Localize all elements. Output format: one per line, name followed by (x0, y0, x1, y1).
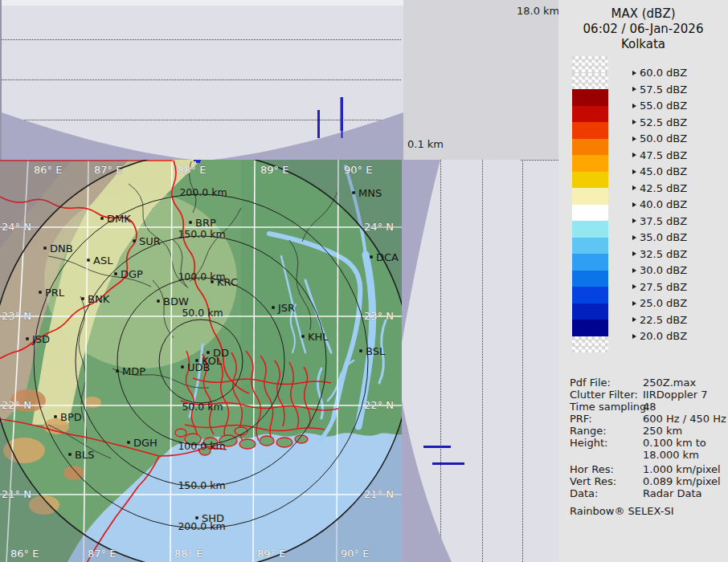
tick-arrow-icon (632, 71, 636, 75)
dbz-tick: 27.5 dBZ (632, 281, 687, 292)
tick-arrow-icon (632, 120, 636, 124)
station-dot (39, 291, 41, 293)
parallel-label: 21° N (364, 488, 394, 500)
info-label: Range: (570, 425, 607, 437)
legend-title-block: MAX (dBZ) 06:02 / 06-Jan-2026 Kolkata (558, 6, 728, 52)
parallel-label: 22° N (364, 399, 394, 411)
dbz-color-cell (572, 139, 608, 156)
info-value: 0.100 km to (643, 437, 706, 449)
vertical-projection-right-panel[interactable] (402, 160, 558, 562)
station-label: BPD (60, 411, 82, 423)
dbz-tick: 35.0 dBZ (632, 232, 687, 243)
radar-app-window: { "panels": { "height_max_label": "18.0 … (0, 0, 728, 562)
meridian-label: 87° E (88, 548, 116, 560)
tick-arrow-icon (632, 334, 636, 339)
tick-arrow-icon (632, 136, 636, 141)
station-dot (207, 351, 209, 353)
dbz-color-cell (572, 188, 608, 205)
dbz-tick: 37.5 dBZ (632, 215, 687, 226)
info-value: Radar Data (643, 487, 701, 499)
info-label: Pdf File: (570, 377, 611, 389)
station-label: PRL (45, 287, 65, 299)
info-row: Range:250 km (570, 425, 726, 437)
dbz-color-cell (572, 271, 608, 287)
station-dot (352, 191, 354, 193)
dbz-tick: 50.0 dBZ (632, 133, 687, 145)
dbz-tick: 20.0 dBZ (632, 331, 687, 342)
radar-echo-vertical (423, 446, 464, 465)
dbz-color-cell (572, 303, 608, 320)
height-max-label: 18.0 km (517, 5, 559, 17)
dbz-tick: 30.0 dBZ (632, 265, 687, 276)
info-row: Clutter Filter:IIRDoppler 7 (570, 389, 726, 401)
tick-arrow-icon (632, 235, 636, 240)
dbz-tick-label: 35.0 dBZ (640, 231, 687, 243)
station-label: JSR (277, 302, 295, 314)
tick-arrow-icon (632, 185, 636, 190)
right-panel-canvas (402, 160, 558, 562)
tick-arrow-icon (632, 251, 636, 256)
scan-datetime: 06:02 / 06-Jan-2026 (558, 22, 728, 37)
station-dot (116, 369, 118, 372)
station-label: UDB (187, 361, 210, 373)
info-value: IIRDoppler 7 (643, 389, 708, 401)
station-label: KHL (308, 331, 329, 343)
station-dot (370, 255, 372, 258)
dbz-tick: 40.0 dBZ (632, 199, 687, 210)
dbz-colorbar (572, 56, 608, 352)
tick-arrow-icon (632, 87, 636, 92)
station-label: DGP (121, 268, 143, 280)
station-dot (157, 299, 159, 302)
dbz-tick: 60.0 dBZ (632, 67, 687, 79)
tick-arrow-icon (632, 301, 636, 306)
dbz-color-cell (572, 106, 608, 123)
tick-arrow-icon (632, 169, 636, 174)
dbz-color-cell (572, 122, 608, 139)
info-value: 1.000 km/pixel (643, 463, 721, 475)
station-dot (272, 306, 274, 308)
height-min-label: 0.1 km (407, 138, 444, 150)
info-row: Time sampling:48 (570, 401, 726, 413)
beyond-range-wing-bottom (402, 401, 452, 562)
software-brand-label: Rainbow® SELEX-SI (570, 505, 726, 517)
station-label: DNB (50, 242, 73, 255)
dbz-tick: 22.5 dBZ (632, 314, 687, 325)
vertical-projection-top-panel[interactable] (0, 0, 403, 160)
station-dot (211, 280, 213, 283)
station-label: BRP (195, 217, 216, 229)
dbz-tick: 57.5 dBZ (632, 83, 687, 95)
dbz-tick: 42.5 dBZ (632, 182, 687, 193)
radar-map-canvas[interactable]: 200.0 km150.0 km100.0 km50.0 km50.0 km10… (0, 160, 402, 562)
dbz-color-cell (572, 56, 608, 73)
parallel-label: 24° N (364, 221, 394, 233)
parallel-label: 22° N (2, 399, 31, 411)
dbz-color-cell (572, 221, 608, 238)
station-label: BDW (163, 295, 189, 307)
dbz-tick-label: 55.0 dBZ (640, 100, 687, 112)
dbz-color-cell (572, 254, 608, 271)
info-label: Hor Res: (570, 463, 614, 475)
info-row: Height:0.100 km to (570, 437, 726, 449)
station-label: SHD (202, 512, 224, 524)
meridian-label: 90° E (344, 164, 372, 176)
parallel-label: 23° N (2, 310, 31, 322)
dbz-tick: 55.0 dBZ (632, 100, 687, 112)
station-dot (81, 297, 84, 299)
station-dot (68, 453, 71, 455)
dbz-color-cell (572, 287, 608, 303)
station-dot (114, 272, 117, 275)
meridian-label: 88° E (174, 548, 202, 560)
dbz-tick-label: 40.0 dBZ (640, 198, 687, 210)
meridian-label: 86° E (34, 164, 62, 176)
meridian-label: 86° E (10, 548, 39, 560)
dbz-tick: 25.0 dBZ (632, 298, 687, 309)
info-row: PRF:600 Hz / 450 Hz (570, 413, 726, 425)
dbz-color-cell (572, 238, 608, 255)
dbz-color-cell (572, 73, 608, 90)
dbz-tick-label: 25.0 dBZ (640, 297, 687, 309)
top-panel-canvas (2, 0, 403, 160)
info-value: 18.000 km (643, 449, 699, 461)
station-label: DGH (133, 437, 157, 449)
tick-arrow-icon (632, 284, 636, 289)
station-dot (127, 441, 129, 443)
